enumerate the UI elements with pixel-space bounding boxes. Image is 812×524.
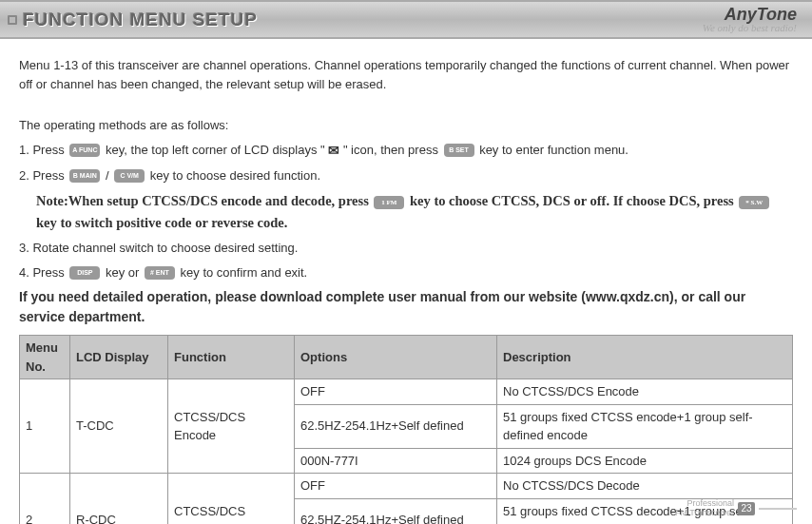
cell-desc: No CTCSS/DCS Encode — [497, 379, 793, 405]
page-content: Menu 1-13 of this transceiver are channe… — [0, 39, 812, 524]
note-text-c: key to switch positive code or reverse c… — [36, 215, 287, 230]
step2-text-c: key to choose desired function. — [150, 168, 320, 183]
cell-opt: OFF — [295, 474, 497, 499]
brand-name: AnyTone — [725, 6, 797, 23]
key-cvm-icon: C V/M — [114, 169, 145, 183]
footer-line2: FM Transceiver — [675, 508, 734, 517]
cell-func: CTCSS/DCS Decode — [168, 474, 295, 525]
key-bset-icon: B SET — [444, 144, 474, 157]
download-note: If you need detailed operation, please d… — [19, 287, 793, 327]
note-text-b: key to choose CTCSS, DCS or off. If choo… — [410, 193, 737, 208]
cell-func: CTCSS/DCS Encode — [168, 379, 295, 474]
methods-title: The operating methods are as follows: — [19, 116, 793, 135]
step1-text-b: key, the top left corner of LCD displays… — [106, 143, 328, 157]
cell-opt: 62.5HZ-254.1Hz+Self defined — [295, 404, 497, 448]
step-1: 1. Press A FUNC key, the top left corner… — [19, 141, 793, 161]
th-description: Description — [497, 336, 793, 379]
footer-line-decor — [759, 508, 797, 510]
step1-text-a: 1. Press — [19, 143, 68, 157]
note-text-a: Note:When setup CTCSS/DCS encode and dec… — [36, 193, 372, 208]
key-afunc-icon: A FUNC — [69, 144, 100, 157]
brand-tagline: We only do best radio! — [703, 23, 797, 33]
table-row: 1 T-CDC CTCSS/DCS Encode OFF No CTCSS/DC… — [20, 379, 793, 405]
key-disp-icon: DISP — [69, 266, 100, 280]
step-4: 4. Press DISP key or # ENT key to confir… — [19, 263, 793, 282]
step1-text-c: " icon, then press — [343, 143, 442, 157]
page-number: 23 — [738, 502, 755, 515]
th-options: Options — [295, 336, 497, 379]
key-bmain-icon: B MAIN — [69, 169, 100, 183]
th-menu-no: Menu No. — [20, 336, 70, 379]
step4-text-c: key to confirm and exit. — [181, 265, 308, 280]
cell-opt: 62.5HZ-254.1Hz+Self defined — [295, 498, 497, 524]
envelope-icon: ✉ — [328, 143, 339, 158]
step-3: 3. Rotate channel switch to choose desir… — [19, 239, 793, 258]
key-fm-icon: 1 FM — [374, 196, 404, 209]
key-ent-icon: # ENT — [145, 266, 175, 280]
cell-desc: 1024 groups DCS Encode — [497, 448, 793, 474]
footer-line1: Professional — [686, 498, 734, 508]
section-header: FUNCTION MENU SETUP AnyTone We only do b… — [0, 0, 812, 39]
step1-text-d: key to enter function menu. — [479, 143, 628, 157]
step2-text-b: / — [106, 168, 112, 183]
menu-table: Menu No. LCD Display Function Options De… — [19, 335, 793, 524]
step4-text-a: 4. Press — [19, 265, 68, 280]
cell-opt: OFF — [295, 379, 497, 405]
brand-block: AnyTone We only do best radio! — [703, 6, 797, 33]
page-footer: Professional FM Transceiver 23 — [675, 499, 797, 518]
cell-menu-no: 1 — [20, 379, 70, 474]
note-paragraph: Note:When setup CTCSS/DCS encode and dec… — [19, 190, 793, 233]
step-2: 2. Press B MAIN / C V/M key to choose de… — [19, 166, 793, 185]
cell-opt: 000N-777I — [295, 448, 497, 474]
cell-lcd: T-CDC — [70, 379, 168, 474]
cell-lcd: R-CDC — [70, 474, 168, 525]
intro-paragraph: Menu 1-13 of this transceiver are channe… — [19, 56, 793, 93]
step4-text-b: key or — [106, 265, 143, 280]
table-header-row: Menu No. LCD Display Function Options De… — [20, 336, 793, 379]
header-title: FUNCTION MENU SETUP — [23, 10, 258, 30]
header-bullet-icon — [8, 15, 17, 25]
key-sw-icon: * S.W — [739, 196, 769, 209]
table-row: 2 R-CDC CTCSS/DCS Decode OFF No CTCSS/DC… — [20, 474, 793, 499]
th-function: Function — [168, 336, 295, 379]
cell-menu-no: 2 — [20, 474, 70, 525]
step2-text-a: 2. Press — [19, 168, 68, 183]
th-lcd: LCD Display — [70, 336, 168, 379]
cell-desc: 51 groups fixed CTCSS encode+1 group sel… — [497, 404, 793, 448]
cell-desc: No CTCSS/DCS Decode — [497, 474, 793, 499]
